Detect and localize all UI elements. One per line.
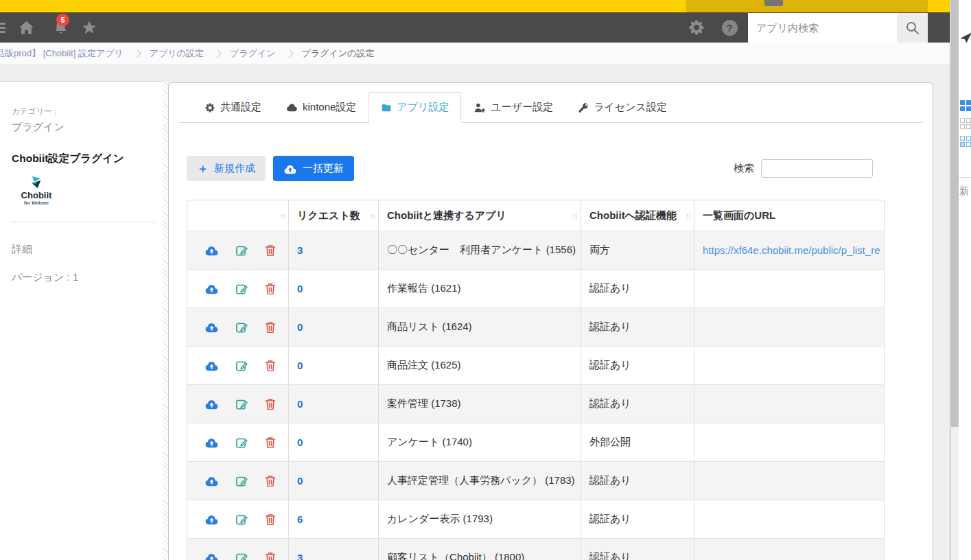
tab-app-settings[interactable]: アプリ設定: [368, 92, 461, 123]
request-count-cell[interactable]: 0: [289, 462, 379, 500]
row-edit-button[interactable]: [235, 436, 248, 450]
request-count-cell[interactable]: 6: [289, 500, 379, 538]
table-search-input[interactable]: [761, 159, 873, 178]
cloud-upload-icon: [204, 513, 219, 525]
row-delete-button[interactable]: [264, 320, 277, 334]
row-upload-button[interactable]: [204, 360, 219, 371]
breadcrumb-plugin[interactable]: プラグイン: [230, 47, 276, 60]
table-toolbar: ＋ 新規作成 一括更新 検索: [187, 156, 915, 181]
sort-arrows-icon[interactable]: ↑↓: [370, 211, 375, 220]
request-count-cell[interactable]: 3: [289, 539, 379, 560]
row-upload-button[interactable]: [204, 398, 219, 410]
linked-app-cell: 商品注文 (1625): [379, 347, 581, 384]
sort-arrows-icon[interactable]: ↑↓: [572, 211, 577, 220]
table-header-row: ↑↓ リクエスト数 ↑↓ Chobiitと連携するアプリ ↑↓ Chobiitへ…: [187, 200, 884, 231]
sidebar-divider: [11, 222, 155, 222]
row-delete-button[interactable]: [264, 551, 277, 560]
row-actions-cell: [187, 308, 289, 346]
sidebar-resize-gutter[interactable]: [163, 81, 168, 560]
breadcrumb-app[interactable]: 品版prod】 [Chobiit] 設定アプリ: [0, 47, 124, 60]
list-url-cell: [694, 308, 884, 346]
cloud-icon: [286, 103, 298, 112]
row-delete-button[interactable]: [264, 397, 277, 411]
header-request-count[interactable]: リクエスト数 ↑↓: [289, 200, 379, 231]
row-upload-button[interactable]: [204, 283, 219, 294]
row-edit-button[interactable]: [235, 474, 248, 488]
row-edit-button[interactable]: [235, 282, 248, 296]
sort-arrows-icon[interactable]: ↑↓: [686, 211, 690, 220]
row-edit-button[interactable]: [235, 397, 248, 411]
cloud-upload-icon: [204, 360, 219, 371]
row-edit-button[interactable]: [235, 320, 248, 334]
create-new-button[interactable]: ＋ 新規作成: [187, 156, 266, 181]
row-delete-button[interactable]: [264, 474, 277, 488]
tab-common-settings[interactable]: 共通設定: [192, 92, 274, 123]
list-url-cell: [694, 539, 884, 560]
tab-license-settings[interactable]: ライセンス設定: [565, 92, 679, 123]
bulk-update-button[interactable]: 一括更新: [273, 156, 354, 181]
request-count-cell[interactable]: 0: [289, 347, 379, 384]
sort-arrows-icon[interactable]: ↑↓: [280, 211, 285, 220]
row-upload-button[interactable]: [204, 244, 219, 256]
cloud-upload-icon: [204, 283, 219, 294]
linked-app-cell: 顧客リスト（Chobiit） (1800): [379, 539, 581, 560]
notifications-button[interactable]: 5: [48, 12, 73, 43]
gear-icon: [688, 19, 705, 36]
cloud-upload-icon: [204, 436, 219, 448]
row-upload-button[interactable]: [204, 552, 219, 560]
chobiit-logo-icon: [29, 176, 44, 189]
app-search-input[interactable]: [748, 13, 897, 43]
row-delete-button[interactable]: [264, 282, 277, 296]
help-button[interactable]: ?: [718, 12, 741, 43]
tab-user-settings[interactable]: ユーザー設定: [461, 92, 565, 123]
list-url-cell: [694, 423, 884, 461]
request-count-cell[interactable]: 0: [289, 385, 379, 423]
request-count-cell[interactable]: 0: [289, 308, 379, 346]
row-edit-button[interactable]: [235, 359, 248, 373]
hamburger-menu-icon[interactable]: [0, 12, 6, 43]
header-linked-app[interactable]: Chobiitと連携するアプリ ↑↓: [379, 200, 581, 231]
row-upload-button[interactable]: [204, 321, 219, 333]
cloud-upload-icon: [204, 321, 219, 333]
row-edit-button[interactable]: [235, 513, 248, 526]
row-upload-button[interactable]: [204, 475, 219, 487]
scrollbar-thumb[interactable]: [951, 0, 959, 427]
home-icon: [17, 19, 36, 36]
tab-kintone-settings[interactable]: kintone設定: [274, 92, 368, 123]
header-actions[interactable]: ↑↓: [187, 200, 289, 231]
breadcrumb-app-settings[interactable]: アプリの設定: [150, 47, 204, 60]
row-edit-button[interactable]: [235, 551, 248, 560]
header-list-url[interactable]: 一覧画面のURL: [694, 200, 884, 231]
row-delete-button[interactable]: [264, 359, 277, 373]
row-edit-button[interactable]: [235, 244, 248, 257]
edit-icon: [235, 474, 248, 488]
auth-function-cell: 認証あり: [581, 308, 694, 346]
favorites-button[interactable]: [77, 12, 102, 43]
home-button[interactable]: [14, 12, 38, 43]
app-search-button[interactable]: [897, 13, 928, 43]
clipped-text: 新: [959, 185, 969, 198]
request-count-cell[interactable]: 3: [289, 231, 379, 269]
request-count-cell[interactable]: 0: [289, 270, 379, 307]
chevron-right-icon: [285, 49, 293, 57]
list-url-cell[interactable]: https://xf64e.chobiit.me/public/p_list_r…: [694, 231, 884, 269]
row-delete-button[interactable]: [264, 436, 277, 450]
tab-label: ライセンス設定: [594, 101, 667, 114]
row-upload-button[interactable]: [204, 513, 219, 525]
header-auth-function[interactable]: Chobiitへ認証機能 ↑↓: [581, 200, 694, 231]
trash-icon: [264, 359, 277, 373]
settings-tabs: 共通設定 kintone設定 アプリ設定 ユーザー設定: [179, 92, 922, 123]
vertical-scrollbar[interactable]: [950, 0, 959, 560]
row-actions-cell: [187, 385, 289, 423]
linked-app-cell: 〇〇センター 利用者アンケート (1556): [379, 231, 581, 269]
row-upload-button[interactable]: [204, 436, 219, 448]
row-delete-button[interactable]: [264, 244, 277, 257]
table-row: 3顧客リスト（Chobiit） (1800)認証あり: [187, 538, 884, 560]
settings-button[interactable]: [685, 12, 708, 43]
edit-icon: [235, 436, 248, 450]
request-count-cell[interactable]: 0: [289, 423, 379, 461]
table-search-label: 検索: [734, 162, 754, 175]
brand-top-bar: [0, 0, 950, 12]
row-delete-button[interactable]: [264, 513, 277, 526]
chevron-right-icon: [133, 49, 141, 57]
